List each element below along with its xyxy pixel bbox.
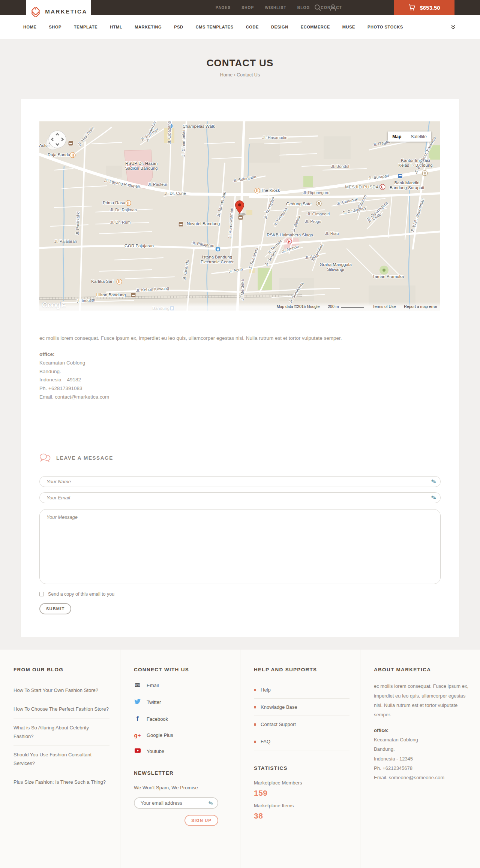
map-label: Jl. Riau <box>325 231 339 236</box>
user-icon[interactable] <box>330 4 336 11</box>
newsletter-email-input[interactable] <box>135 798 218 808</box>
map-label: RSKB Halmahera Siaga <box>267 233 313 237</box>
social-link-twitter[interactable]: Twitter <box>134 699 230 706</box>
blog-post-link[interactable]: Should You Use Fashion Consultant Servic… <box>14 746 110 773</box>
double-chevron-down-icon[interactable] <box>451 25 455 30</box>
map-label: Hilton Bandung <box>96 293 126 297</box>
social-link-googleplus[interactable]: g+ Google Plus <box>134 732 230 738</box>
stat-label: Marketplace Items <box>254 803 350 808</box>
map-pan-control[interactable] <box>46 128 73 155</box>
social-link-email[interactable]: ✉ Email <box>134 681 230 689</box>
address-line: Indonesia – 49182 <box>39 377 81 382</box>
restaurant-icon <box>117 279 122 284</box>
submit-button[interactable]: SUBMIT <box>39 603 71 614</box>
help-heading: HELP AND SUPPORTS <box>254 667 350 672</box>
map-label: Champelas Walk <box>183 124 215 128</box>
address-line: Kecamatan Coblong <box>39 360 85 366</box>
blog-post-link[interactable]: What is So Alluring About Celebrity Fash… <box>14 719 110 746</box>
intro-paragraph: ec mollis lorem consequat. Fusce ipsum e… <box>39 335 441 342</box>
government-icon <box>316 201 321 206</box>
map-label: Jl. Kebon Kawung <box>136 286 169 293</box>
map-label: Bank MandiriBandung Surapati <box>390 181 424 190</box>
map-label: Jl. Cicendo <box>182 259 189 280</box>
map-label: Jl. Banda <box>291 214 301 232</box>
top-nav-blog[interactable]: BLOG <box>297 6 310 10</box>
square-bullet-icon <box>254 689 256 691</box>
nav-code[interactable]: CODE <box>246 25 259 29</box>
social-link-facebook[interactable]: f Facebook <box>134 715 230 723</box>
nav-cms-templates[interactable]: CMS TEMPLATES <box>196 25 234 29</box>
statistics-heading: STATISTICS <box>254 765 350 771</box>
map-label: Jl. Cisangkuy <box>342 205 367 215</box>
logo[interactable]: MARKETICA <box>26 0 91 23</box>
blog-post-link[interactable]: Plus Size Fashion: Is There Such a Thing… <box>14 773 110 792</box>
address-line: Bandung. <box>39 369 61 374</box>
nav-design[interactable]: DESIGN <box>271 25 288 29</box>
send-copy-label: Send a copy of this email to you <box>48 592 114 597</box>
breadcrumb-home[interactable]: Home <box>220 72 232 78</box>
blog-post-link[interactable]: How To Choose The Perfect Fashion Store? <box>14 700 110 719</box>
top-nav-pages[interactable]: PAGES <box>216 6 231 10</box>
top-nav-shop[interactable]: SHOP <box>242 6 254 10</box>
newsletter-block: NEWSLETTER We Won't Spam, We Promise ✎ S… <box>134 770 218 809</box>
map-attribution: Map data ©2015 Google 200 m Terms of Use… <box>39 302 440 311</box>
email-input[interactable] <box>40 493 440 503</box>
map-label: Jl. Hasanudin <box>262 135 288 140</box>
nav-html[interactable]: HTML <box>110 25 122 29</box>
hotel-icon <box>238 215 243 220</box>
blog-post-link[interactable]: How To Start Your Own Fashion Store? <box>14 681 110 700</box>
nav-template[interactable]: TEMPLATE <box>74 25 98 29</box>
cart-button[interactable]: $653.50 <box>394 0 454 15</box>
nav-photo-stocks[interactable]: PHOTO STOCKS <box>368 25 403 29</box>
bank-icon <box>398 174 402 178</box>
office-heading: office: <box>39 351 55 357</box>
youtube-icon <box>134 748 141 754</box>
help-link: Contact Support <box>254 716 350 733</box>
newsletter-tagline: We Won't Spam, We Promise <box>134 785 218 790</box>
map-marker-pin[interactable] <box>236 201 246 220</box>
shopping-icon <box>215 247 220 252</box>
map-label: Jl. Cihampelas <box>181 129 186 157</box>
form-heading: LEAVE A MESSAGE <box>56 455 113 461</box>
map-label: Jl. Pajajaran <box>54 239 77 244</box>
map-type-satellite-button[interactable]: Satellite <box>406 131 431 142</box>
signup-button[interactable]: SIGN UP <box>184 815 218 826</box>
address-line: Indonesia - 12345 <box>374 756 413 762</box>
map-label: RSUP Dr. HasanSadikin Bandung <box>125 161 158 170</box>
about-office-address: office: Kecamatan Coblong Bandung. Indon… <box>374 726 470 783</box>
send-copy-checkbox[interactable] <box>39 592 44 596</box>
nav-psd[interactable]: PSD <box>174 25 183 29</box>
nav-shop[interactable]: SHOP <box>49 25 62 29</box>
map-label: Jl. Progo <box>305 219 321 224</box>
nav-marketing[interactable]: MARKETING <box>135 25 162 29</box>
footer-help-column: HELP AND SUPPORTS Help Knowladge Base Co… <box>240 650 360 868</box>
top-nav-wishlist[interactable]: WISHLIST <box>265 6 286 10</box>
map-label: Kantor ImigrasiKelas I - Bandung <box>398 158 432 167</box>
restaurant-icon <box>255 188 260 193</box>
search-icon[interactable] <box>314 4 321 11</box>
nav-ecommerce[interactable]: ECOMMERCE <box>301 25 330 29</box>
google-map[interactable]: H H <box>39 121 440 311</box>
name-input[interactable] <box>40 477 440 487</box>
map-label: Prima Rasa <box>103 200 126 205</box>
map-label: Jl. Dr. Curie <box>164 191 186 196</box>
square-bullet-icon <box>254 723 256 726</box>
nav-home[interactable]: HOME <box>23 25 36 29</box>
map-label: Jl. Dr. Rum <box>110 220 130 224</box>
social-link-youtube[interactable]: Youtube <box>134 748 230 754</box>
address-line: Email. contact@marketica.com <box>39 394 109 400</box>
restaurant-icon <box>126 200 131 206</box>
map-type-map-button[interactable]: Map <box>388 131 406 142</box>
report-map-error-link[interactable]: Report a map error <box>404 304 437 309</box>
facebook-icon: f <box>134 715 141 723</box>
footer: FROM OUR BLOG How To Start Your Own Fash… <box>0 650 480 868</box>
map-label: Jl. Cimanuk <box>336 197 358 206</box>
message-textarea[interactable] <box>40 509 440 584</box>
terms-of-use-link[interactable]: Terms of Use <box>372 304 396 309</box>
nav-muse[interactable]: MUSE <box>342 25 355 29</box>
footer-connect-column: CONNECT WITH US ✉ Email Twitter f Facebo… <box>120 650 240 868</box>
map-label: Jl. Tirtayasa <box>272 206 289 227</box>
svg-text:H: H <box>288 240 291 244</box>
map-label: Jl. Aceh <box>228 267 243 273</box>
stat-value: 159 <box>254 789 350 798</box>
